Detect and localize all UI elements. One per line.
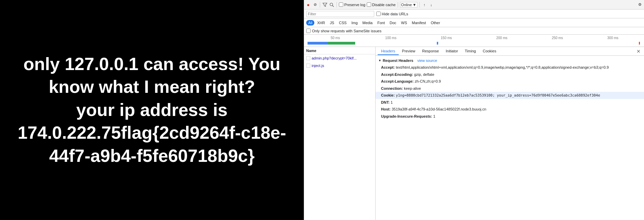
type-tabs: All XHR JS CSS Img Media Font Doc WS Man… bbox=[304, 18, 644, 27]
tab-media[interactable]: Media bbox=[360, 20, 375, 26]
tab-xhr[interactable]: XHR bbox=[315, 20, 327, 26]
detail-tab-timing[interactable]: Timing bbox=[461, 48, 479, 55]
tab-css[interactable]: CSS bbox=[337, 20, 349, 26]
samesite-checkbox[interactable] bbox=[306, 29, 311, 33]
upload-button[interactable]: ↑ bbox=[422, 2, 427, 7]
tab-manifest[interactable]: Manifest bbox=[410, 20, 428, 26]
request-list: Name admin.php?decrypt=70klf... inject.j… bbox=[304, 47, 376, 220]
request-item-inject[interactable]: inject.js bbox=[304, 62, 375, 69]
devtools-toolbar: ● ⊘ Preserve log Disable cache Online ▼ … bbox=[304, 0, 644, 10]
toolbar-separator-3 bbox=[398, 2, 398, 7]
header-row-accept: Accept: text/html,application/xhtml+xml,… bbox=[376, 64, 644, 71]
detail-tab-preview[interactable]: Preview bbox=[399, 48, 419, 55]
timeline-labels: 50 ms 100 ms 150 ms 200 ms 250 ms 300 ms bbox=[304, 36, 644, 40]
timeline-label-5: 250 ms bbox=[530, 36, 585, 40]
header-row-upgrade: Upgrade-Insecure-Requests: 1 bbox=[376, 113, 644, 120]
timeline-label-6: 300 ms bbox=[585, 36, 641, 40]
request-detail: Headers Preview Response Initiator Timin… bbox=[376, 47, 644, 220]
svg-point-0 bbox=[330, 3, 333, 6]
request-item-admin[interactable]: admin.php?decrypt=70klf... bbox=[304, 54, 375, 62]
main-message: only 127.0.0.1 can access! You know what… bbox=[7, 53, 297, 168]
request-name-admin: admin.php?decrypt=70klf... bbox=[312, 56, 357, 60]
section-triangle: ▼ bbox=[378, 59, 381, 62]
header-row-dnt: DNT: 1 bbox=[376, 99, 644, 106]
header-row-cookie: Cookie: y1ng=8880cbd71721332a25aa6df7b12… bbox=[376, 92, 644, 99]
preserve-log-label[interactable]: Preserve log bbox=[339, 2, 365, 7]
timeline: 50 ms 100 ms 150 ms 200 ms 250 ms 300 ms bbox=[304, 35, 644, 47]
request-list-header: Name bbox=[304, 47, 375, 54]
record-button[interactable]: ● bbox=[306, 2, 311, 7]
filter-input[interactable] bbox=[306, 11, 374, 17]
tab-all[interactable]: All bbox=[306, 20, 314, 26]
request-name-inject: inject.js bbox=[312, 64, 324, 68]
timeline-label-2: 100 ms bbox=[363, 36, 418, 40]
detail-tab-headers[interactable]: Headers bbox=[378, 48, 399, 55]
settings-button[interactable]: ⚙ bbox=[637, 2, 643, 7]
timeline-bars bbox=[308, 41, 641, 45]
clear-button[interactable]: ⊘ bbox=[312, 2, 318, 7]
timeline-label-3: 150 ms bbox=[418, 36, 474, 40]
toolbar-separator-1 bbox=[320, 2, 320, 7]
disable-cache-checkbox[interactable] bbox=[367, 2, 371, 7]
toolbar-separator-4 bbox=[419, 2, 420, 7]
download-button[interactable]: ↓ bbox=[429, 2, 434, 7]
timeline-bar-red bbox=[639, 42, 640, 45]
detail-close-button[interactable]: ✕ bbox=[635, 49, 642, 54]
detail-content: ▼ Request Headers view source Accept: te… bbox=[376, 56, 644, 220]
toolbar-separator-2 bbox=[336, 2, 337, 7]
svg-line-1 bbox=[332, 5, 334, 7]
devtools-panel: ● ⊘ Preserve log Disable cache Online ▼ … bbox=[304, 0, 644, 220]
request-icon-admin bbox=[306, 56, 310, 60]
main-content: Name admin.php?decrypt=70klf... inject.j… bbox=[304, 47, 644, 220]
hide-data-urls-label[interactable]: Hide data URLs bbox=[376, 12, 408, 16]
timeline-bar-blue2 bbox=[437, 42, 438, 45]
left-panel: only 127.0.0.1 can access! You know what… bbox=[0, 0, 304, 220]
tab-doc[interactable]: Doc bbox=[387, 20, 398, 26]
preserve-log-checkbox[interactable] bbox=[339, 2, 343, 7]
request-icon-inject bbox=[306, 64, 310, 68]
detail-tab-cookies[interactable]: Cookies bbox=[479, 48, 500, 55]
samesite-row: Only show requests with SameSite issues bbox=[304, 27, 644, 35]
tab-other[interactable]: Other bbox=[429, 20, 442, 26]
detail-tab-response[interactable]: Response bbox=[419, 48, 443, 55]
timeline-label-4: 200 ms bbox=[474, 36, 530, 40]
search-button[interactable] bbox=[329, 2, 334, 7]
filter-bar: Hide data URLs bbox=[304, 10, 644, 18]
tab-ws[interactable]: WS bbox=[399, 20, 409, 26]
timeline-bar-green bbox=[328, 42, 355, 45]
header-row-language: Accept-Language: zh-CN,zh;q=0.9 bbox=[376, 78, 644, 85]
hide-data-urls-checkbox[interactable] bbox=[376, 12, 381, 16]
timeline-bar-blue bbox=[308, 42, 328, 45]
request-headers-section: ▼ Request Headers view source bbox=[376, 57, 644, 64]
view-source-link[interactable]: view source bbox=[417, 58, 437, 63]
timeline-label-1: 50 ms bbox=[308, 36, 363, 40]
header-row-host: Host: 3519a38f-a94f-4c79-a10d-56ac148502… bbox=[376, 106, 644, 113]
tab-img[interactable]: Img bbox=[349, 20, 360, 26]
online-select[interactable]: Online ▼ bbox=[400, 2, 417, 7]
tab-js[interactable]: JS bbox=[328, 20, 336, 26]
detail-tabs: Headers Preview Response Initiator Timin… bbox=[376, 47, 644, 56]
tab-font[interactable]: Font bbox=[375, 20, 387, 26]
filter-button[interactable] bbox=[322, 2, 328, 7]
header-row-connection: Connection: keep-alive bbox=[376, 85, 644, 92]
detail-tab-initiator[interactable]: Initiator bbox=[442, 48, 461, 55]
header-row-encoding: Accept-Encoding: gzip, deflate bbox=[376, 71, 644, 78]
disable-cache-label[interactable]: Disable cache bbox=[367, 2, 396, 7]
